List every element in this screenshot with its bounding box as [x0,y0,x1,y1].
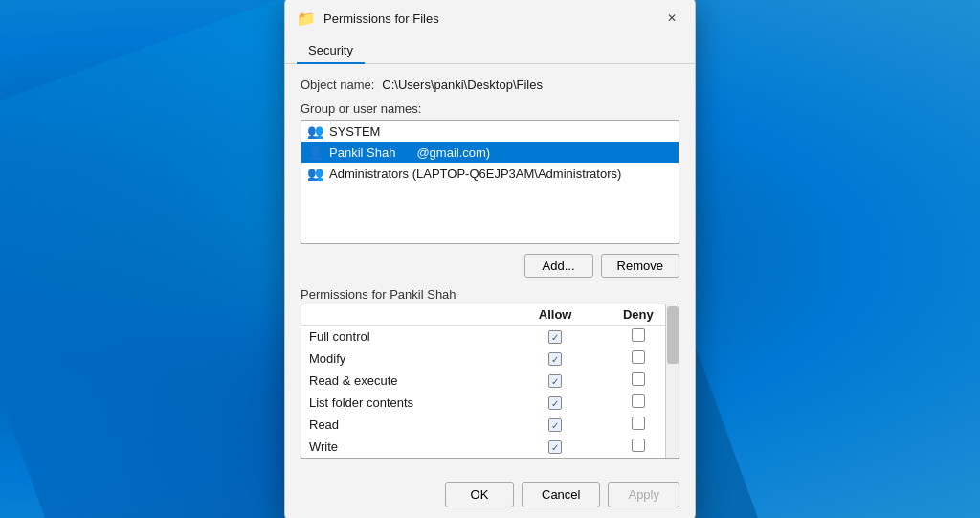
system-user-icon: 👥 [307,124,323,139]
perm-name-fullcontrol: Full control [301,326,512,349]
user-item-system[interactable]: 👥 SYSTEM [301,121,679,142]
permissions-table-wrap: Allow Deny Full control [301,304,679,459]
deny-fullcontrol-checkbox[interactable] [632,328,645,342]
allow-listfolder-checkbox[interactable] [548,396,562,410]
dialog-overlay: 📁 Permissions for Files ✕ Security Objec… [0,0,980,518]
permissions-table: Allow Deny Full control [301,304,679,458]
allow-write-checkbox[interactable] [548,440,562,454]
deny-modify-checkbox[interactable] [632,350,645,364]
system-user-name: SYSTEM [329,124,380,139]
scrollbar-thumb[interactable] [667,306,679,364]
group-label: Group or user names: [301,101,679,116]
pankil-user-email: @gmail.com) [416,146,490,160]
remove-button[interactable]: Remove [601,254,679,278]
deny-read-checkbox[interactable] [632,417,645,430]
object-name-row: Object name: C:\Users\panki\Desktop\File… [301,78,679,92]
object-name-label: Object name: [301,78,374,92]
group-section: Group or user names: 👥 SYSTEM 👤 Pankil S… [301,101,679,244]
permissions-label: Permissions for Pankil Shah [301,287,679,302]
deny-write-checkbox[interactable] [632,439,645,452]
perm-allow-readexecute[interactable] [512,370,597,392]
dialog-title: Permissions for Files [323,11,653,26]
user-action-buttons: Add... Remove [301,254,679,278]
permissions-section: Permissions for Pankil Shah Allow Deny [301,287,679,459]
permissions-scrollbar[interactable] [665,304,679,458]
perm-row-write: Write [301,436,679,458]
tab-bar: Security [285,37,695,64]
pankil-user-icon: 👤 [307,145,323,160]
perm-allow-fullcontrol[interactable] [512,326,597,349]
perm-row-listfolder: List folder contents [301,392,679,414]
user-item-admins[interactable]: 👥 Administrators (LAPTOP-Q6EJP3AM\Admini… [301,163,679,184]
user-item-pankil[interactable]: 👤 Pankil Shah @gmail.com) [301,142,679,163]
admins-user-icon: 👥 [307,166,323,181]
user-list[interactable]: 👥 SYSTEM 👤 Pankil Shah @gmail.com) 👥 Adm… [301,120,679,244]
perm-row-modify: Modify [301,348,679,370]
ok-button[interactable]: OK [445,482,514,507]
perm-name-read: Read [301,414,512,436]
allow-fullcontrol-checkbox[interactable] [548,330,562,344]
perm-row-read: Read [301,414,679,436]
col-permission-header [301,304,512,326]
deny-listfolder-checkbox[interactable] [632,394,645,408]
perm-name-readexecute: Read & execute [301,370,512,392]
perm-allow-listfolder[interactable] [512,392,597,414]
close-button[interactable]: ✕ [660,7,683,30]
col-allow-header: Allow [512,304,597,326]
dialog-footer: OK Cancel Apply [285,472,695,518]
apply-button[interactable]: Apply [608,482,679,507]
dialog-content: Object name: C:\Users\panki\Desktop\File… [285,64,695,472]
object-name-value: C:\Users\panki\Desktop\Files [382,78,543,92]
allow-modify-checkbox[interactable] [548,352,562,366]
permissions-dialog: 📁 Permissions for Files ✕ Security Objec… [284,0,696,518]
perm-allow-modify[interactable] [512,348,597,370]
perm-row-fullcontrol: Full control [301,326,679,349]
cancel-button[interactable]: Cancel [522,482,600,507]
add-button[interactable]: Add... [524,254,593,278]
allow-readexecute-checkbox[interactable] [548,374,562,388]
tab-security[interactable]: Security [297,37,365,64]
perm-name-write: Write [301,436,512,458]
admins-user-name: Administrators (LAPTOP-Q6EJP3AM\Administ… [329,167,621,181]
titlebar: 📁 Permissions for Files ✕ [285,0,695,37]
pankil-user-name: Pankil Shah [329,146,395,160]
perm-row-readexecute: Read & execute [301,370,679,392]
perm-name-listfolder: List folder contents [301,392,512,414]
perm-allow-read[interactable] [512,414,597,436]
deny-readexecute-checkbox[interactable] [632,372,645,386]
perm-name-modify: Modify [301,348,512,370]
folder-icon: 📁 [297,10,316,28]
perm-allow-write[interactable] [512,436,597,458]
allow-read-checkbox[interactable] [548,418,562,432]
